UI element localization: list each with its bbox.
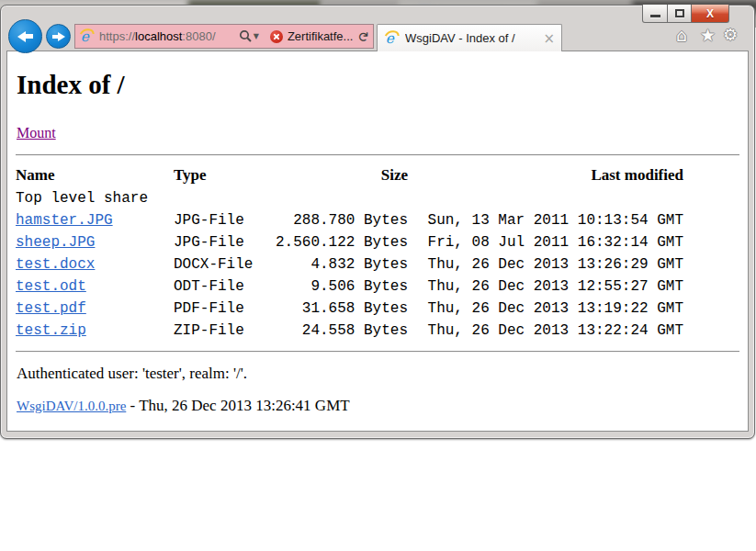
- column-header-modified: Last modified: [408, 163, 683, 187]
- file-name-cell: sheep.JPG: [16, 231, 174, 253]
- server-signature-line: WsgiDAV/1.0.0.pre - Thu, 26 Dec 2013 13:…: [17, 397, 739, 415]
- address-bar-controls: ▼ Zertifikatfe... ↻: [239, 28, 369, 45]
- url-host: localhost: [135, 29, 182, 43]
- certificate-error-badge[interactable]: Zertifikatfe...: [270, 29, 354, 43]
- tab-favicon: e: [384, 30, 400, 46]
- column-header-name: Name: [16, 163, 174, 187]
- share-label-row: Top level share: [16, 187, 683, 209]
- directory-index-page: Index of / Mount Name Type Size Last mod…: [7, 70, 748, 415]
- file-size-cell: 4.832 Bytes: [275, 253, 408, 276]
- url-scheme: https://: [99, 29, 135, 43]
- table-row: test.odtODT-File9.506 BytesThu, 26 Dec 2…: [16, 276, 683, 298]
- file-modified-cell: Fri, 08 Jul 2011 16:32:14 GMT: [408, 231, 683, 253]
- refresh-icon[interactable]: ↻: [355, 30, 372, 42]
- server-timestamp: - Thu, 26 Dec 2013 13:26:41 GMT: [126, 397, 349, 414]
- file-link[interactable]: test.zip: [16, 322, 86, 339]
- table-row: test.docxDOCX-File4.832 BytesThu, 26 Dec…: [16, 253, 683, 276]
- favorites-star-icon[interactable]: ★: [700, 25, 716, 45]
- file-link[interactable]: hamster.JPG: [16, 212, 113, 229]
- column-header-type: Type: [174, 163, 275, 187]
- file-link[interactable]: test.odt: [16, 278, 86, 295]
- file-table-body: Top level share hamster.JPGJPG-File288.7…: [16, 187, 683, 342]
- url-text[interactable]: https://localhost:8080/: [99, 29, 216, 43]
- file-link[interactable]: test.pdf: [16, 300, 86, 317]
- home-icon[interactable]: ⌂: [676, 25, 687, 45]
- file-modified-cell: Sun, 13 Mar 2011 10:13:54 GMT: [408, 209, 683, 231]
- file-name-cell: test.pdf: [16, 298, 174, 320]
- forward-arrow-icon: [52, 32, 65, 41]
- table-row: hamster.JPGJPG-File288.780 BytesSun, 13 …: [16, 209, 683, 231]
- ie-page-icon: e: [79, 28, 95, 44]
- page-viewport: Index of / Mount Name Type Size Last mod…: [6, 51, 749, 432]
- share-label: Top level share: [16, 187, 683, 209]
- restore-button[interactable]: [668, 5, 692, 23]
- certificate-error-icon: [270, 30, 283, 43]
- file-type-cell: ODT-File: [174, 276, 275, 298]
- table-row: sheep.JPGJPG-File2.560.122 BytesFri, 08 …: [16, 231, 683, 253]
- file-size-cell: 9.506 Bytes: [275, 276, 408, 298]
- back-button[interactable]: [8, 19, 42, 53]
- page-title: Index of /: [17, 70, 739, 100]
- mount-link[interactable]: Mount: [17, 125, 56, 141]
- file-type-cell: JPG-File: [174, 209, 275, 231]
- file-name-cell: hamster.JPG: [16, 209, 174, 231]
- wsgidav-version-link[interactable]: WsgiDAV/1.0.0.pre: [17, 399, 126, 413]
- authenticated-user-line: Authenticated user: 'tester', realm: '/'…: [17, 365, 739, 383]
- close-button[interactable]: X: [692, 5, 729, 23]
- browser-window: X e https://localhost:8080/ ▼ Zertifikat…: [0, 5, 755, 439]
- minimize-button[interactable]: [642, 5, 668, 23]
- certificate-error-label: Zertifikatfe...: [288, 29, 354, 43]
- file-link[interactable]: sheep.JPG: [16, 234, 95, 251]
- file-link[interactable]: test.docx: [16, 256, 95, 273]
- file-size-cell: 31.658 Bytes: [275, 298, 408, 320]
- table-row: test.zipZIP-File24.558 BytesThu, 26 Dec …: [16, 320, 683, 342]
- file-size-cell: 24.558 Bytes: [275, 320, 408, 342]
- chevron-down-icon[interactable]: ▼: [254, 32, 259, 40]
- close-icon: X: [706, 7, 714, 20]
- address-bar[interactable]: e https://localhost:8080/ ▼ Zertifikatfe…: [74, 24, 374, 49]
- file-modified-cell: Thu, 26 Dec 2013 12:55:27 GMT: [408, 276, 683, 298]
- divider: [16, 351, 739, 353]
- file-name-cell: test.docx: [16, 253, 174, 276]
- file-type-cell: ZIP-File: [174, 320, 275, 342]
- table-header-row: Name Type Size Last modified: [16, 163, 683, 187]
- tab-close-icon[interactable]: ×: [543, 30, 555, 47]
- browser-tab[interactable]: e WsgiDAV - Index of / ×: [377, 24, 562, 51]
- file-type-cell: JPG-File: [174, 231, 275, 253]
- file-size-cell: 2.560.122 Bytes: [275, 231, 408, 253]
- tab-title: WsgiDAV - Index of /: [405, 31, 539, 45]
- file-type-cell: DOCX-File: [174, 253, 275, 276]
- file-modified-cell: Thu, 26 Dec 2013 13:22:24 GMT: [408, 320, 683, 342]
- url-port: :8080/: [182, 29, 215, 43]
- file-name-cell: test.zip: [16, 320, 174, 342]
- file-modified-cell: Thu, 26 Dec 2013 13:26:29 GMT: [408, 253, 683, 276]
- restore-icon: [675, 9, 684, 17]
- column-header-size: Size: [275, 163, 408, 187]
- file-size-cell: 288.780 Bytes: [275, 209, 408, 231]
- search-icon[interactable]: [239, 29, 253, 43]
- file-type-cell: PDF-File: [174, 298, 275, 320]
- file-table: Name Type Size Last modified Top level s…: [16, 163, 683, 342]
- window-caption-buttons: X: [642, 5, 729, 23]
- table-row: test.pdfPDF-File31.658 BytesThu, 26 Dec …: [16, 298, 683, 320]
- file-modified-cell: Thu, 26 Dec 2013 13:19:22 GMT: [408, 298, 683, 320]
- forward-button[interactable]: [46, 24, 71, 49]
- divider: [16, 154, 739, 156]
- file-name-cell: test.odt: [16, 276, 174, 298]
- back-arrow-icon: [17, 31, 33, 42]
- minimize-icon: [650, 15, 660, 17]
- settings-gear-icon[interactable]: ⚙: [723, 25, 738, 45]
